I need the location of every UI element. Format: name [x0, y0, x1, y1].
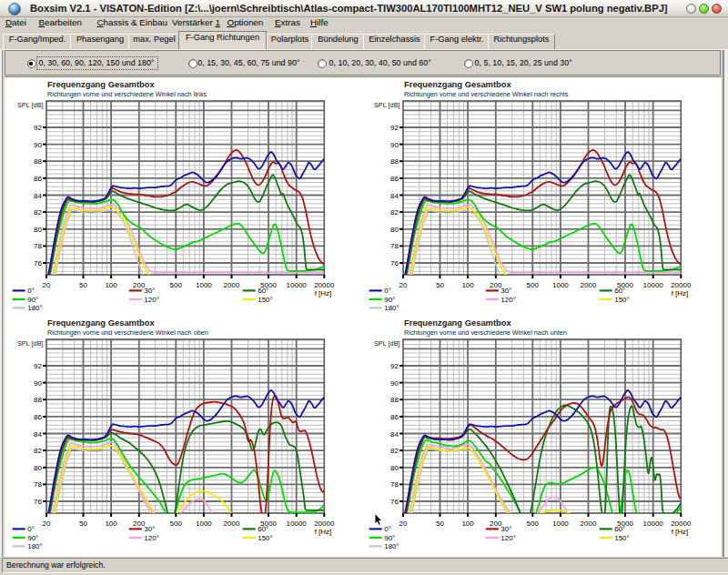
svg-text:2000: 2000: [581, 281, 597, 289]
svg-text:500: 500: [527, 281, 540, 289]
svg-text:20000: 20000: [671, 281, 692, 289]
svg-text:SPL [dB]: SPL [dB]: [17, 339, 44, 348]
svg-text:0°: 0°: [384, 287, 391, 295]
svg-text:82: 82: [390, 447, 399, 455]
svg-text:50: 50: [79, 520, 87, 528]
svg-text:2000: 2000: [224, 520, 240, 528]
svg-text:86: 86: [390, 413, 399, 421]
svg-text:82: 82: [390, 208, 399, 217]
svg-text:500: 500: [170, 281, 183, 289]
svg-text:2000: 2000: [581, 520, 597, 528]
svg-text:78: 78: [34, 480, 42, 489]
svg-text:84: 84: [390, 430, 399, 439]
svg-text:92: 92: [34, 362, 42, 370]
svg-text:f [Hz]: f [Hz]: [315, 289, 332, 298]
svg-text:30°: 30°: [500, 287, 511, 295]
svg-text:90°: 90°: [384, 534, 395, 542]
svg-text:SPL [dB]: SPL [dB]: [17, 101, 44, 109]
svg-text:100: 100: [461, 520, 474, 528]
svg-text:50: 50: [79, 281, 87, 289]
svg-text:84: 84: [34, 192, 42, 200]
svg-text:92: 92: [390, 124, 399, 132]
svg-text:SPL [dB]: SPL [dB]: [374, 339, 400, 348]
svg-text:1000: 1000: [552, 281, 569, 289]
svg-text:Richtungen vorne und verschied: Richtungen vorne und verschiedene Winkel…: [47, 328, 208, 337]
svg-text:1000: 1000: [196, 281, 212, 289]
svg-text:10000: 10000: [287, 281, 308, 289]
svg-text:84: 84: [390, 192, 399, 200]
svg-text:100: 100: [105, 520, 117, 528]
svg-text:2000: 2000: [224, 281, 240, 289]
svg-text:120°: 120°: [144, 534, 159, 542]
svg-text:90: 90: [34, 379, 42, 388]
svg-text:f [Hz]: f [Hz]: [315, 528, 332, 536]
svg-text:78: 78: [390, 242, 399, 250]
svg-text:150°: 150°: [614, 296, 630, 304]
svg-text:88: 88: [390, 396, 399, 404]
svg-text:50: 50: [436, 520, 444, 528]
svg-text:76: 76: [34, 498, 42, 506]
svg-text:Frequenzgang Gesamtbox: Frequenzgang Gesamtbox: [47, 318, 156, 328]
svg-text:120°: 120°: [500, 534, 516, 542]
svg-text:10000: 10000: [287, 520, 308, 528]
svg-text:Frequenzgang Gesamtbox: Frequenzgang Gesamtbox: [47, 79, 156, 89]
svg-text:80: 80: [34, 226, 42, 234]
svg-text:120°: 120°: [144, 296, 159, 304]
svg-text:90°: 90°: [384, 296, 395, 304]
svg-text:Richtungen vorne und verschied: Richtungen vorne und verschiedene Winkel…: [47, 90, 207, 98]
svg-text:78: 78: [34, 242, 42, 250]
svg-text:f [Hz]: f [Hz]: [672, 528, 689, 536]
svg-text:84: 84: [34, 430, 42, 439]
svg-text:1000: 1000: [196, 520, 212, 528]
svg-text:90: 90: [390, 379, 399, 388]
svg-text:60°: 60°: [258, 287, 268, 295]
svg-text:150°: 150°: [614, 534, 630, 542]
svg-text:180°: 180°: [27, 304, 43, 312]
svg-text:82: 82: [34, 208, 42, 217]
svg-text:20000: 20000: [671, 520, 692, 528]
svg-text:10000: 10000: [643, 520, 664, 528]
svg-text:20: 20: [43, 520, 51, 528]
svg-text:20: 20: [399, 520, 408, 528]
svg-text:180°: 180°: [27, 542, 43, 550]
svg-text:100: 100: [105, 281, 117, 289]
svg-text:20: 20: [43, 281, 51, 289]
svg-text:30°: 30°: [144, 525, 155, 533]
svg-text:0°: 0°: [27, 525, 35, 533]
svg-text:f [Hz]: f [Hz]: [672, 289, 689, 298]
svg-text:60°: 60°: [258, 525, 268, 533]
svg-text:90°: 90°: [27, 534, 38, 542]
svg-text:76: 76: [34, 259, 42, 267]
svg-text:20000: 20000: [314, 520, 335, 528]
svg-text:88: 88: [34, 396, 42, 404]
svg-text:150°: 150°: [258, 534, 273, 542]
svg-text:20: 20: [399, 281, 408, 289]
svg-text:SPL [dB]: SPL [dB]: [374, 101, 400, 109]
svg-text:100: 100: [461, 281, 474, 289]
svg-text:150°: 150°: [258, 296, 273, 304]
svg-text:92: 92: [34, 124, 42, 132]
svg-text:120°: 120°: [500, 296, 516, 304]
svg-text:500: 500: [170, 520, 183, 528]
svg-text:180°: 180°: [384, 542, 399, 550]
svg-text:180°: 180°: [384, 304, 399, 312]
svg-text:90°: 90°: [27, 296, 38, 304]
svg-text:Richtungen vorne und verschied: Richtungen vorne und verschiedene Winkel…: [404, 328, 567, 337]
svg-text:88: 88: [34, 157, 42, 166]
svg-text:60°: 60°: [614, 287, 625, 295]
svg-text:90: 90: [34, 141, 42, 149]
svg-text:86: 86: [390, 175, 399, 183]
svg-text:30°: 30°: [500, 525, 511, 533]
svg-text:90: 90: [390, 141, 399, 149]
svg-text:86: 86: [34, 413, 42, 421]
svg-text:0°: 0°: [384, 525, 391, 533]
svg-text:92: 92: [390, 362, 399, 370]
svg-text:80: 80: [34, 464, 42, 472]
svg-text:76: 76: [390, 498, 399, 506]
svg-text:76: 76: [390, 259, 399, 267]
svg-text:86: 86: [34, 175, 42, 183]
svg-text:20000: 20000: [314, 281, 335, 289]
svg-text:30°: 30°: [144, 287, 155, 295]
svg-text:10000: 10000: [643, 281, 664, 289]
svg-text:60°: 60°: [614, 525, 625, 533]
